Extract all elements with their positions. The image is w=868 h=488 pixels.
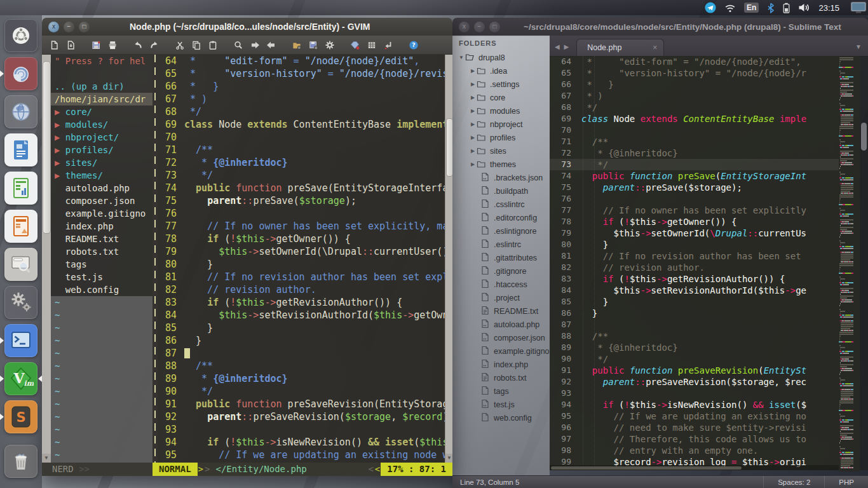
print-icon[interactable]: [105, 38, 119, 52]
nerdtree-dir-nbproject[interactable]: ▶ nbproject/: [51, 131, 153, 144]
sublime-code-line[interactable]: 85 }: [550, 296, 839, 308]
sublime-code-line[interactable]: 74 public function preSave(EntityStorage…: [550, 170, 839, 182]
sidebar-item-robotstxt[interactable]: robots.txt: [452, 371, 550, 384]
sidebar-item-nbproject[interactable]: ▶nbproject: [452, 118, 550, 131]
gvim-code-line[interactable]: 80 }: [158, 258, 445, 271]
minimap[interactable]: [839, 56, 860, 471]
sublime-code-line[interactable]: 73 */: [550, 159, 839, 170]
sidebar-item-composerjson[interactable]: composer.json: [452, 331, 550, 344]
sublime-code-line[interactable]: 96 // need to make sure $entity->revisi: [550, 422, 839, 433]
dock-item-lo-writer[interactable]: [4, 133, 37, 166]
sublime-code-line[interactable]: 88 /**: [550, 330, 839, 342]
sidebar-item-project[interactable]: .project: [452, 291, 550, 304]
sublime-code-line[interactable]: 68 */: [550, 102, 839, 113]
sublime-code-line[interactable]: 77 // If no owner has been set explicitl…: [550, 205, 839, 216]
dock-item-lo-impress[interactable]: [4, 210, 37, 243]
sidebar-item-idea[interactable]: ▶.idea: [452, 64, 550, 78]
nerdtree-file-composerjson[interactable]: composer.json: [51, 194, 153, 207]
tab-overflow-icon[interactable]: ▼: [855, 43, 868, 56]
chevron-right-icon[interactable]: ▶: [469, 121, 477, 127]
gvim-code-line[interactable]: 72 * {@inheritdoc}: [158, 156, 445, 169]
sidebar-item-testjs[interactable]: test.js: [452, 398, 550, 411]
find-prev-icon[interactable]: [264, 38, 278, 52]
nerdtree-file-webconfig[interactable]: web.config: [51, 283, 153, 296]
redo-icon[interactable]: [147, 38, 161, 52]
gvim-code-line[interactable]: 75 parent::preSave($storage);: [158, 194, 445, 207]
gvim-code-line[interactable]: 83 if (!$this->getRevisionAuthor()) {: [158, 296, 445, 309]
sublime-code-line[interactable]: 91 public function preSaveRevision(Entit…: [550, 365, 839, 376]
minimize-button[interactable]: −: [64, 22, 74, 32]
sublime-code-line[interactable]: 92 parent::preSaveRevision($storage, $re…: [550, 376, 839, 388]
nerdtree-dir-themes[interactable]: ▶ themes/: [51, 169, 153, 182]
bluetooth-icon[interactable]: [767, 3, 775, 13]
sublime-code-line[interactable]: 87: [550, 319, 839, 330]
nerdtree-file-tags[interactable]: tags: [51, 258, 153, 271]
gvim-code-line[interactable]: 82 // revision author.: [158, 283, 445, 296]
sublime-code-line[interactable]: 64 * "edit-form" = "/node/{node}/edit",: [550, 56, 839, 67]
gvim-code-line[interactable]: 79 $this->setOwnerId(\Drupal::currentUse…: [158, 245, 445, 258]
build-tags-icon[interactable]: [365, 38, 379, 52]
sublime-code-line[interactable]: 79 $this->setOwnerId(\Drupal::currentUs: [550, 227, 839, 239]
sublime-code-line[interactable]: 71 /**: [550, 136, 839, 147]
nerdtree-dir-core[interactable]: ▶ core/: [51, 105, 153, 118]
gvim-code-line[interactable]: 86 }: [158, 334, 445, 347]
sidebar-item-settings[interactable]: ▶.settings: [452, 78, 550, 91]
gvim-code-line[interactable]: 91 public function preSaveRevision(Entit…: [158, 398, 445, 410]
sidebar-item-core[interactable]: ▶core: [452, 91, 550, 104]
close-button[interactable]: x: [459, 22, 470, 32]
dock-item-dash-home[interactable]: [4, 19, 37, 52]
dock-item-files[interactable]: [4, 57, 37, 90]
sublime-titlebar[interactable]: x − □ ~/src/drupal8/core/modules/node/sr…: [452, 18, 868, 36]
horizontal-scrollbar[interactable]: [550, 465, 839, 470]
sidebar-item-examplegitignore[interactable]: example.gitignore: [452, 344, 550, 358]
chevron-right-icon[interactable]: ▶: [469, 68, 477, 74]
sublime-code-line[interactable]: 86 }: [550, 308, 839, 319]
sublime-code-line[interactable]: 97 // Therefore, this code allows us to: [550, 433, 839, 445]
gvim-code-area[interactable]: 64 * "edit-form" = "/node/{node}/edit",6…: [158, 55, 445, 463]
nerdtree-dir-sites[interactable]: ▶ sites/: [51, 156, 153, 169]
scrollbar-thumb[interactable]: [551, 466, 742, 470]
chevron-down-icon[interactable]: ▼: [458, 55, 465, 60]
gvim-code-line[interactable]: 87: [158, 347, 445, 360]
save-all-icon[interactable]: [89, 38, 103, 52]
gvim-code-line[interactable]: 74 public function preSave(EntityStorage…: [158, 182, 445, 194]
sidebar-item-modules[interactable]: ▶modules: [452, 104, 550, 118]
nerdtree-dir-profiles[interactable]: ▶ profiles/: [51, 144, 153, 156]
sublime-code-line[interactable]: 84 $this->setRevisionAuthorId($this->ge: [550, 285, 839, 296]
tab-node-php[interactable]: Node.php ×: [576, 39, 664, 56]
gvim-code-line[interactable]: 76: [158, 207, 445, 220]
chevron-right-icon[interactable]: ▶: [469, 95, 477, 100]
dock-item-screenshot-tool[interactable]: [4, 248, 37, 281]
sublime-code-line[interactable]: 94 if (!$this->isNewRevision() && isset(…: [550, 399, 839, 410]
sublime-code-line[interactable]: 65 * "version-history" = "/node/{node}/r: [550, 67, 839, 79]
sidebar-item-indexphp[interactable]: index.php: [452, 358, 550, 371]
monitor-icon[interactable]: [850, 1, 867, 14]
sidebar-item-webconfig[interactable]: web.config: [452, 411, 550, 424]
dock-item-lo-calc[interactable]: [4, 172, 37, 205]
save-session-icon[interactable]: [306, 38, 320, 52]
volume-icon[interactable]: [798, 3, 810, 13]
paste-icon[interactable]: [206, 38, 220, 52]
wifi-icon[interactable]: [724, 3, 736, 13]
scrollbar-thumb[interactable]: [446, 118, 452, 177]
maximize-button[interactable]: □: [489, 22, 500, 32]
sublime-code-line[interactable]: 66 * }: [550, 79, 839, 90]
gvim-code-line[interactable]: 70: [158, 131, 445, 144]
gvim-code-line[interactable]: 73 */: [158, 169, 445, 182]
gvim-scrollbar[interactable]: ▼: [445, 55, 452, 463]
gvim-code-line[interactable]: 77 // If no owner has been set explicitl…: [158, 220, 445, 233]
gvim-code-line[interactable]: 88 /**: [158, 360, 445, 372]
gvim-code-line[interactable]: 71 /**: [158, 144, 445, 156]
sublime-code-line[interactable]: 93: [550, 388, 839, 399]
chevron-right-icon[interactable]: ▶: [469, 135, 477, 140]
dock-item-trash[interactable]: [4, 445, 37, 478]
sidebar-item-gitignore[interactable]: .gitignore: [452, 264, 550, 278]
sublime-code-line[interactable]: 89 * {@inheritdoc}: [550, 342, 839, 353]
sublime-code-area[interactable]: 64 * "edit-form" = "/node/{node}/edit",6…: [550, 56, 839, 470]
sidebar-item-csslintrc[interactable]: .csslintrc: [452, 198, 550, 211]
nerdtree-file-indexphp[interactable]: index.php: [51, 220, 153, 233]
minimize-button[interactable]: −: [474, 22, 485, 32]
cut-icon[interactable]: [173, 38, 187, 52]
save-icon[interactable]: [64, 38, 78, 52]
gvim-code-line[interactable]: 85 }: [158, 322, 445, 334]
